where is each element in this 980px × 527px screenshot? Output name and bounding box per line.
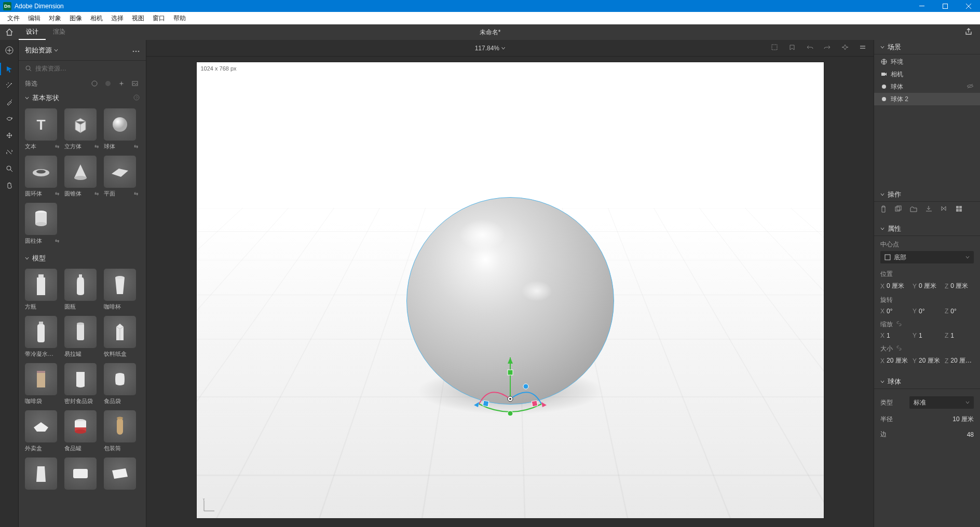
search-input[interactable]	[35, 65, 140, 72]
scale-x[interactable]: X1	[880, 332, 909, 339]
menu-image[interactable]: 图像	[65, 14, 86, 23]
position-y[interactable]: Y0 厘米	[913, 282, 942, 290]
rotation-x[interactable]: X0°	[880, 308, 909, 315]
hand-tool[interactable]	[0, 177, 19, 193]
menu-object[interactable]: 对象	[45, 14, 65, 23]
move-to-ground-icon[interactable]	[941, 205, 947, 214]
menu-edit[interactable]: 编辑	[24, 14, 45, 23]
asset-sealed-bag[interactable]: 密封食品袋	[64, 363, 99, 405]
group-icon[interactable]	[910, 206, 917, 214]
asset-coffee-bag[interactable]: 咖啡袋	[25, 363, 59, 405]
section-basic-shapes[interactable]: 基本形状 ?	[19, 91, 146, 105]
asset-torus[interactable]: 圆环体⇆	[25, 156, 59, 198]
filter-lights-icon[interactable]	[117, 79, 126, 88]
assets-source-dropdown[interactable]: 初始资源	[25, 46, 132, 55]
add-content-button[interactable]	[0, 40, 19, 61]
home-button[interactable]	[0, 24, 19, 40]
asset-can[interactable]: 易拉罐	[64, 316, 99, 358]
scale-z[interactable]: Z1	[945, 332, 974, 339]
orbit-tool[interactable]	[0, 110, 19, 127]
align-to-ground-icon[interactable]	[925, 205, 932, 214]
minimize-button[interactable]	[910, 0, 933, 12]
svg-text:?: ?	[135, 95, 138, 100]
asset-extra-3[interactable]	[104, 457, 138, 490]
menu-help[interactable]: 帮助	[169, 14, 190, 23]
assets-menu-icon[interactable]	[132, 47, 140, 54]
scene-item-environment[interactable]: 环境	[874, 56, 980, 68]
asset-cube[interactable]: 立方体⇆	[64, 108, 99, 150]
rotation-z[interactable]: Z0°	[945, 308, 974, 315]
asset-carton[interactable]: 饮料纸盒	[104, 316, 138, 358]
asset-food-bag[interactable]: 食品袋	[104, 363, 138, 405]
filter-models-icon[interactable]	[103, 79, 113, 88]
asset-cold-bottle[interactable]: 带冷凝水…	[25, 316, 59, 358]
zoom-display[interactable]: 117.84%	[475, 45, 506, 52]
redo-icon[interactable]	[824, 44, 831, 52]
menu-view[interactable]: 视图	[128, 14, 148, 23]
size-z[interactable]: Z20 厘…	[945, 356, 974, 365]
asset-tube[interactable]: 包装筒	[104, 410, 138, 452]
menu-window[interactable]: 窗口	[148, 14, 169, 23]
position-z[interactable]: Z0 厘米	[945, 282, 974, 290]
tab-render[interactable]: 渲染	[46, 24, 73, 40]
type-select[interactable]: 标准	[909, 396, 974, 409]
asset-takeout-box[interactable]: 外卖盒	[25, 410, 59, 452]
asset-plane[interactable]: 平面⇆	[104, 156, 138, 198]
scene-item-sphere-1[interactable]: 球体	[874, 80, 980, 93]
menu-file[interactable]: 文件	[3, 14, 24, 23]
asset-extra-2[interactable]	[64, 457, 99, 490]
menu-select[interactable]: 选择	[107, 14, 128, 23]
size-y[interactable]: Y20 厘米	[913, 356, 942, 365]
asset-coffee-cup[interactable]: 咖啡杯	[104, 269, 138, 311]
duplicate-icon[interactable]	[895, 205, 902, 214]
pan-tool[interactable]	[0, 127, 19, 144]
maximize-button[interactable]	[933, 0, 957, 12]
asset-square-bottle[interactable]: 方瓶	[25, 269, 59, 311]
share-icon[interactable]	[964, 30, 973, 37]
undo-icon[interactable]	[806, 44, 813, 52]
size-x[interactable]: X20 厘米	[880, 356, 909, 365]
asset-round-bottle[interactable]: 圆瓶	[64, 269, 99, 311]
scene-panel-header[interactable]: 场景	[874, 40, 980, 54]
pivot-select[interactable]: 底部	[880, 251, 974, 264]
visibility-icon[interactable]	[967, 83, 974, 90]
scene-item-camera[interactable]: 相机	[874, 68, 980, 80]
filter-materials-icon[interactable]	[90, 79, 99, 88]
scene-item-sphere-2[interactable]: 球体 2	[874, 93, 980, 105]
asset-extra-1[interactable]	[25, 457, 59, 490]
zoom-tool[interactable]	[0, 160, 19, 177]
link-size-icon[interactable]	[896, 345, 902, 353]
segments-value[interactable]: 48	[890, 431, 974, 438]
position-x[interactable]: X0 厘米	[880, 282, 909, 290]
delete-icon[interactable]	[880, 205, 887, 214]
transform-gizmo[interactable]	[464, 347, 557, 420]
rotation-y[interactable]: Y0°	[913, 308, 942, 315]
magic-wand-tool[interactable]	[0, 77, 19, 94]
camera-bookmark-icon[interactable]	[788, 44, 796, 52]
tab-design[interactable]: 设计	[19, 24, 46, 40]
asset-sphere[interactable]: 球体⇆	[104, 108, 138, 150]
link-scale-icon[interactable]	[896, 321, 902, 328]
sphere-section-header[interactable]: 球体	[874, 375, 980, 389]
render-preview-icon[interactable]	[841, 44, 849, 52]
scale-y[interactable]: Y1	[913, 332, 942, 339]
help-icon[interactable]: ?	[133, 94, 140, 102]
menu-camera[interactable]: 相机	[86, 14, 107, 23]
properties-panel-header[interactable]: 属性	[874, 221, 980, 236]
render-settings-icon[interactable]	[859, 44, 866, 52]
filter-images-icon[interactable]	[130, 79, 140, 88]
canvas-size-icon[interactable]	[771, 44, 778, 52]
select-tool[interactable]	[0, 61, 19, 77]
dolly-tool[interactable]	[0, 144, 19, 160]
section-models[interactable]: 模型	[19, 251, 146, 266]
radius-value[interactable]: 10 厘米	[896, 415, 974, 424]
more-actions-icon[interactable]	[956, 205, 962, 214]
asset-food-can[interactable]: 食品罐	[64, 410, 99, 452]
close-button[interactable]	[957, 0, 980, 12]
asset-cylinder[interactable]: 圆柱体⇆	[25, 203, 59, 245]
sampler-tool[interactable]	[0, 94, 19, 110]
asset-text[interactable]: T文本⇆	[25, 108, 59, 150]
actions-panel-header[interactable]: 操作	[874, 187, 980, 202]
asset-cone[interactable]: 圆锥体⇆	[64, 156, 99, 198]
canvas[interactable]: 1024 x 768 px	[196, 62, 824, 519]
